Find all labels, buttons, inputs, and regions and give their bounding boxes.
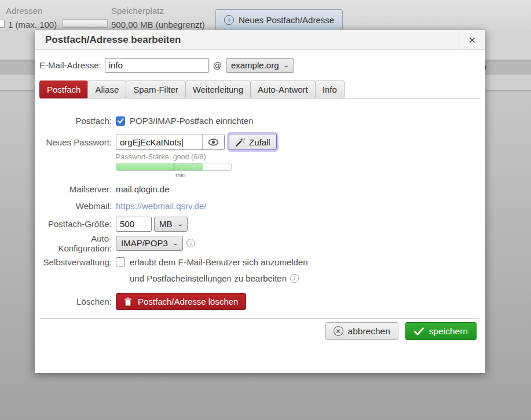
webmail-label: Webmail: (39, 201, 116, 211)
delete-label: Löschen: (39, 297, 116, 306)
dialog-title: Postfach/Adresse bearbeiten (35, 34, 459, 46)
dialog-footer: ✕ abbrechen speichern (39, 319, 479, 340)
save-button-label: speichern (429, 326, 468, 337)
pop3-imap-checkbox-label: POP3/IMAP-Postfach einrichten (130, 116, 253, 126)
self-admin-checkbox[interactable] (116, 257, 125, 266)
tab-weiterleitung[interactable]: Weiterleitung (185, 81, 251, 98)
auto-config-row: Auto-Konfiguration: IMAP/POP3 ⌄ i (39, 235, 479, 251)
auto-config-select[interactable]: IMAP/POP3 ⌄ (116, 236, 183, 251)
webmail-row: Webmail: https://webmail.qsrv.de/ (39, 198, 479, 214)
minimum-strength-label: min. (174, 171, 188, 178)
new-password-label: Neues Passwort: (39, 137, 116, 147)
chevron-down-icon: ⌄ (283, 62, 290, 68)
close-icon[interactable]: × (459, 30, 485, 50)
self-admin-text-line2: und Postfacheinstellungen zu bearbeiten (130, 273, 287, 283)
tab-aliase[interactable]: Aliase (87, 81, 126, 98)
password-strength-text-row: Passwort-Stärke: good (6/8) (39, 150, 479, 163)
random-password-button-label: Zufall (249, 137, 270, 147)
eye-icon (208, 138, 219, 146)
cancel-button-label: abbrechen (348, 326, 390, 337)
password-strength-bar-row: min. (39, 163, 479, 171)
dialog-header: Postfach/Adresse bearbeiten × (35, 30, 485, 50)
pop3-imap-checkbox[interactable] (116, 116, 125, 126)
chevron-down-icon: ⌄ (177, 221, 184, 227)
mailbox-enable-label: Postfach: (39, 116, 116, 126)
circle-plus-icon: + (224, 15, 234, 25)
mailserver-row: Mailserver: mail.qlogin.de (39, 181, 479, 197)
password-input[interactable] (116, 134, 202, 149)
size-unit-value: MB (159, 219, 173, 229)
info-icon: i (290, 274, 299, 283)
check-icon (414, 327, 424, 335)
dialog-tabbar: Postfach Aliase Spam-Filter Weiterleitun… (39, 81, 479, 98)
auto-config-value: IMAP/POP3 (121, 238, 168, 248)
addresses-count: 1 (max. 100) (8, 20, 57, 30)
trash-icon (124, 297, 132, 306)
email-address-row: E-Mail-Adresse: @ example.org ⌄ (39, 57, 479, 73)
minimum-strength-tick (174, 163, 174, 171)
password-strength-text: Passwort-Stärke: good (6/8) (116, 153, 206, 161)
size-unit-select[interactable]: MB ⌄ (154, 217, 188, 232)
new-password-row: Neues Passwort: (39, 134, 479, 150)
storage-value: 500,00 MB (unbegrenzt) (111, 20, 205, 30)
delete-row: Löschen: Postfach/Adresse löschen (39, 293, 479, 310)
at-sign: @ (213, 60, 222, 70)
storage-column-header: Speicherplatz (111, 6, 164, 16)
mailserver-label: Mailserver: (39, 184, 116, 194)
new-mailbox-button-label: Neues Postfach/Adresse (239, 15, 334, 25)
mailbox-size-label: Postfach-Größe: (39, 219, 116, 229)
password-strength-bar: min. (116, 163, 232, 171)
email-local-part-input[interactable] (105, 58, 209, 73)
mailbox-size-row: Postfach-Größe: MB ⌄ (39, 216, 479, 232)
check-icon (118, 118, 124, 124)
chevron-down-icon: ⌄ (172, 240, 179, 246)
tab-auto-antwort[interactable]: Auto-Antwort (250, 81, 316, 98)
tab-spam-filter[interactable]: Spam-Filter (126, 81, 186, 98)
mailbox-size-input[interactable] (116, 217, 152, 232)
self-admin-row-2: und Postfacheinstellungen zu bearbeiten … (39, 272, 479, 284)
addresses-column-header: Adressen (6, 6, 42, 16)
auto-config-label: Auto-Konfiguration: (39, 233, 116, 253)
webmail-link[interactable]: https://webmail.qsrv.de/ (116, 201, 206, 211)
self-admin-label: Selbstverwaltung: (39, 257, 116, 267)
new-mailbox-button[interactable]: + Neues Postfach/Adresse (215, 9, 343, 31)
edit-mailbox-dialog: Postfach/Adresse bearbeiten × E-Mail-Adr… (35, 30, 485, 373)
save-button[interactable]: speichern (405, 322, 477, 340)
domain-select[interactable]: example.org ⌄ (226, 58, 294, 73)
mailserver-value: mail.qlogin.de (116, 184, 170, 194)
random-password-button[interactable]: Zufall (229, 134, 277, 150)
email-address-label: E-Mail-Adresse: (39, 60, 101, 70)
cancel-button[interactable]: ✕ abbrechen (325, 322, 398, 340)
circle-x-icon: ✕ (334, 326, 343, 336)
info-icon: i (186, 239, 195, 247)
tab-postfach[interactable]: Postfach (39, 81, 88, 98)
magic-wand-icon (235, 137, 245, 147)
delete-mailbox-button-label: Postfach/Adresse löschen (138, 297, 238, 306)
tab-info[interactable]: Info (315, 81, 345, 98)
domain-select-value: example.org (231, 60, 279, 70)
show-password-toggle[interactable] (202, 134, 224, 149)
password-strength-fill (116, 163, 203, 170)
delete-mailbox-button[interactable]: Postfach/Adresse löschen (116, 293, 246, 310)
self-admin-text-line1: erlaubt dem E-Mail-Benutzer sich anzumel… (130, 257, 308, 267)
mailbox-enable-row: Postfach: POP3/IMAP-Postfach einrichten (39, 113, 479, 129)
row-checkbox-partial[interactable] (0, 20, 5, 28)
self-admin-row: Selbstverwaltung: erlaubt dem E-Mail-Ben… (39, 255, 479, 268)
usage-gauge (63, 19, 108, 28)
password-input-group (116, 134, 225, 150)
